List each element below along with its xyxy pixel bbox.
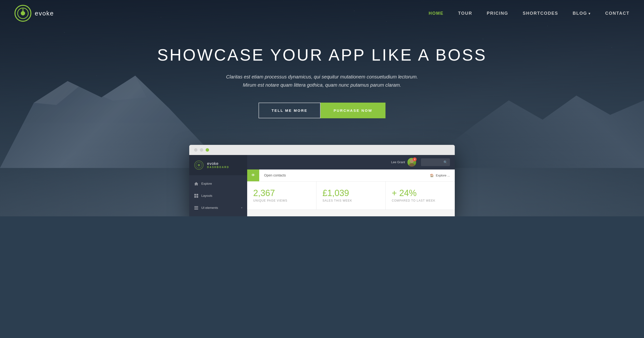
- breadcrumb-right: 🏠 Explore ...: [430, 174, 450, 177]
- brand-logo-icon: [14, 5, 32, 22]
- dashboard-stats: 2,367 Unique page views £1,039 Sales thi…: [247, 182, 455, 210]
- nav-link-home[interactable]: HOME: [429, 11, 444, 16]
- svg-rect-11: [194, 208, 198, 208]
- dashboard-sidebar: evoke DASHBOARD Explore: [189, 155, 247, 216]
- topbar-search[interactable]: 🔍: [421, 158, 450, 166]
- dashboard-brand: evoke DASHBOARD: [189, 155, 247, 175]
- nav-link-contact[interactable]: CONTACT: [605, 11, 630, 16]
- hero-buttons: TELL ME MORE PURCHASE NOW: [14, 102, 630, 118]
- nav-item-blog[interactable]: BLOG: [572, 11, 591, 16]
- notification-badge: 2: [413, 158, 416, 161]
- svg-rect-8: [194, 196, 196, 198]
- stat-value-growth: + 24%: [392, 189, 449, 198]
- eye-icon: 👁: [251, 173, 255, 178]
- nav-item-home[interactable]: HOME: [429, 11, 444, 16]
- dashboard-nav: Explore Layouts: [189, 175, 247, 216]
- brand-logo-link[interactable]: evoke: [14, 5, 54, 22]
- browser-mockup: evoke DASHBOARD Explore: [189, 145, 455, 216]
- purchase-now-button[interactable]: PURCHASE NOW: [320, 102, 386, 118]
- stat-value-sales: £1,039: [322, 189, 380, 198]
- dashboard-nav-explore[interactable]: Explore: [189, 178, 247, 190]
- dashboard-main: Lee Grant 2 🔍: [247, 155, 455, 216]
- nav-item-pricing[interactable]: PRICING: [486, 11, 508, 16]
- nav-item-shortcodes[interactable]: SHORTCODES: [522, 11, 558, 16]
- breadcrumb-tab-icon: 👁: [247, 170, 259, 181]
- browser-content: evoke DASHBOARD Explore: [189, 155, 455, 216]
- svg-rect-10: [194, 206, 198, 207]
- stat-card-growth: + 24% Compared to last week: [386, 182, 455, 210]
- stat-label-pageviews: Unique page views: [253, 199, 310, 202]
- breadcrumb-home-icon: 🏠: [430, 174, 434, 177]
- ui-elements-arrow-icon: ▾: [241, 206, 242, 209]
- search-icon: 🔍: [444, 160, 448, 164]
- tell-me-more-button[interactable]: TELL ME MORE: [258, 102, 320, 118]
- browser-titlebar: [189, 145, 455, 155]
- dashboard-breadcrumb: 👁 Open contacts 🏠 Explore ...: [247, 170, 455, 182]
- dashboard-nav-layouts-label: Layouts: [201, 194, 212, 198]
- svg-rect-9: [196, 196, 198, 198]
- home-icon: [194, 182, 198, 186]
- svg-rect-12: [194, 209, 198, 210]
- hero-subtitle-line1: Claritas est etiam processus dynamicus, …: [226, 74, 418, 80]
- dashboard-nav-ui-elements[interactable]: UI elements ▾: [189, 202, 247, 214]
- dashboard-brand-sub: DASHBOARD: [207, 166, 229, 168]
- nav-item-contact[interactable]: CONTACT: [605, 11, 630, 16]
- stat-value-pageviews: 2,367: [253, 189, 310, 198]
- nav-link-pricing[interactable]: PRICING: [486, 11, 508, 16]
- browser-dot-maximize: [206, 148, 209, 152]
- dashboard-topbar: Lee Grant 2 🔍: [247, 155, 455, 170]
- topbar-user: Lee Grant 2: [391, 158, 416, 166]
- stat-card-sales: £1,039 Sales this week: [316, 182, 386, 210]
- stat-card-pageviews: 2,367 Unique page views: [247, 182, 316, 210]
- hero-section: evoke HOME TOUR PRICING SHORTCODES BLOG …: [0, 0, 644, 216]
- nav-menu: HOME TOUR PRICING SHORTCODES BLOG CONTAC…: [429, 11, 630, 16]
- svg-rect-7: [196, 194, 198, 196]
- list-icon: [194, 206, 198, 210]
- dashboard-nav-ui-label: UI elements: [201, 206, 218, 210]
- breadcrumb-text: Open contacts: [264, 173, 430, 177]
- topbar-username: Lee Grant: [391, 160, 405, 164]
- svg-point-5: [198, 164, 200, 166]
- dashboard-nav-layouts[interactable]: Layouts: [189, 190, 247, 202]
- dashboard-body: 👁 Open contacts 🏠 Explore ... 2,367: [247, 170, 455, 216]
- stat-label-growth: Compared to last week: [392, 199, 449, 202]
- dashboard-nav-explore-label: Explore: [201, 182, 212, 186]
- breadcrumb-right-text: Explore ...: [436, 174, 450, 177]
- dashboard-logo-icon: [194, 160, 204, 170]
- hero-subtitle: Claritas est etiam processus dynamicus, …: [226, 73, 418, 89]
- hero-subtitle-line2: Mirum est notare quam littera gothica, q…: [243, 82, 401, 88]
- hero-title: SHOWCASE YOUR APP LIKE A BOSS: [14, 46, 630, 64]
- navbar: evoke HOME TOUR PRICING SHORTCODES BLOG …: [0, 0, 644, 26]
- grid-icon: [194, 194, 198, 198]
- topbar-avatar-wrapper: 2: [408, 158, 416, 166]
- nav-link-blog[interactable]: BLOG: [572, 11, 591, 16]
- browser-dot-minimize: [200, 148, 203, 152]
- nav-link-tour[interactable]: TOUR: [458, 11, 472, 16]
- dashboard-brand-name: evoke: [207, 162, 229, 166]
- browser-dot-close: [194, 148, 198, 152]
- browser-mockup-wrapper: evoke DASHBOARD Explore: [0, 145, 644, 216]
- hero-content: SHOWCASE YOUR APP LIKE A BOSS Claritas e…: [0, 26, 644, 133]
- stat-label-sales: Sales this week: [322, 199, 380, 202]
- svg-rect-6: [194, 194, 196, 196]
- dashboard-brand-text: evoke DASHBOARD: [207, 162, 229, 168]
- nav-item-tour[interactable]: TOUR: [458, 11, 472, 16]
- nav-link-shortcodes[interactable]: SHORTCODES: [522, 11, 558, 16]
- brand-name-text: evoke: [35, 10, 54, 17]
